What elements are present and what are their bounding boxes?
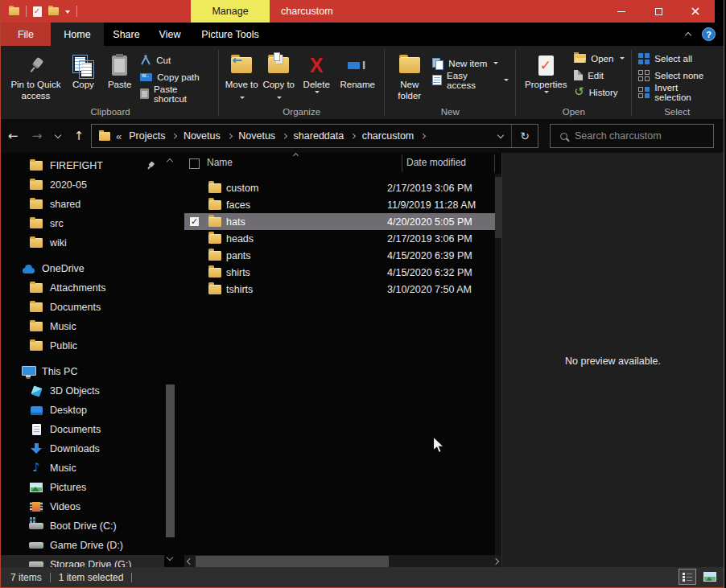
history-button[interactable]: History xyxy=(571,84,627,100)
address-bar[interactable]: Projects Novetus Novetus shareddata char… xyxy=(91,124,538,148)
scrollbar-thumb[interactable] xyxy=(495,177,501,238)
sidebar-scrollbar[interactable] xyxy=(164,153,176,568)
folder-icon[interactable] xyxy=(48,7,59,15)
copy-path-button[interactable]: Copy path xyxy=(138,69,214,84)
properties-button[interactable]: Properties xyxy=(520,49,571,93)
column-name[interactable]: Name xyxy=(207,157,233,168)
sidebar-item[interactable]: Boot Drive (C:) xyxy=(1,516,164,536)
paste-button[interactable]: Paste xyxy=(101,49,138,91)
breadcrumb-segment[interactable]: Projects xyxy=(123,125,178,147)
address-dropdown-icon[interactable] xyxy=(490,125,511,147)
file-row[interactable]: hats 4/20/2020 5:05 PM xyxy=(184,213,495,230)
tab-view[interactable]: View xyxy=(149,23,191,46)
properties-check-icon[interactable] xyxy=(33,6,42,17)
collapse-ribbon-icon[interactable] xyxy=(685,32,691,39)
search-input[interactable] xyxy=(575,130,703,142)
breadcrumb-segment[interactable]: charcustom xyxy=(357,125,427,147)
close-button[interactable] xyxy=(677,0,714,23)
pin-to-quick-access-button[interactable]: Pin to Quick access xyxy=(6,49,65,102)
sidebar-item[interactable]: Storage Drive (G:) xyxy=(1,555,164,568)
select-none-button[interactable]: Select none xyxy=(636,68,718,83)
breadcrumb-overflow-icon[interactable] xyxy=(116,130,122,142)
file-row[interactable]: pants 4/15/2020 6:39 PM xyxy=(184,247,495,264)
scroll-left-icon[interactable] xyxy=(187,558,193,565)
sidebar-item[interactable]: Documents xyxy=(1,298,164,317)
rename-button[interactable]: Rename xyxy=(335,49,380,91)
maximize-button[interactable] xyxy=(640,0,677,23)
chevron-down-icon[interactable] xyxy=(65,10,70,14)
sidebar-item[interactable]: Desktop xyxy=(1,401,164,420)
invert-selection-button[interactable]: Invert selection xyxy=(636,84,718,100)
column-divider[interactable] xyxy=(402,154,402,172)
sidebar-item[interactable]: This PC xyxy=(1,362,164,381)
new-folder-button[interactable]: New folder xyxy=(389,49,430,102)
sidebar-item[interactable]: Public xyxy=(1,336,164,356)
new-item-button[interactable]: New item xyxy=(430,56,511,71)
sidebar-item[interactable]: Videos xyxy=(1,497,164,516)
copy-to-button[interactable]: Copy to xyxy=(260,49,297,102)
select-all-checkbox[interactable] xyxy=(189,158,200,169)
history-icon xyxy=(574,86,584,98)
easy-access-button[interactable]: Easy access xyxy=(430,72,511,88)
sidebar-item[interactable]: shared xyxy=(1,195,164,214)
minimize-button[interactable] xyxy=(603,0,640,23)
sidebar-item[interactable]: 3D Objects xyxy=(1,381,164,401)
sidebar-item[interactable]: Music xyxy=(1,317,164,336)
back-icon[interactable] xyxy=(1,129,25,143)
tab-file[interactable]: File xyxy=(1,23,51,46)
breadcrumb-segment[interactable]: Novetus xyxy=(178,125,233,147)
tab-home[interactable]: Home xyxy=(51,23,104,46)
manage-contextual-tab[interactable]: Manage xyxy=(191,0,270,23)
scrollbar-thumb[interactable] xyxy=(166,384,175,537)
sidebar-item[interactable]: Documents xyxy=(1,420,164,439)
sidebar-item[interactable]: 2020-05 xyxy=(1,175,164,195)
file-row[interactable]: faces 11/9/2019 11:28 AM xyxy=(184,196,495,213)
breadcrumb-segment[interactable]: Novetus xyxy=(233,125,287,147)
sidebar-item[interactable]: Music xyxy=(1,458,164,478)
picture-icon xyxy=(30,483,43,492)
file-row[interactable]: heads 2/17/2019 3:06 PM xyxy=(184,230,495,247)
breadcrumb-label: Projects xyxy=(123,130,171,142)
horizontal-scrollbar[interactable] xyxy=(184,555,501,568)
up-icon[interactable] xyxy=(67,129,91,143)
scroll-down-icon[interactable] xyxy=(167,554,173,561)
edit-button[interactable]: Edit xyxy=(571,68,627,83)
sidebar-item[interactable]: Game Drive (D:) xyxy=(1,536,164,555)
tab-picture-tools[interactable]: Picture Tools xyxy=(191,23,270,46)
forward-icon[interactable] xyxy=(25,129,49,143)
folder-icon[interactable] xyxy=(9,7,19,15)
delete-button[interactable]: Delete xyxy=(298,49,335,93)
recent-locations-icon[interactable] xyxy=(49,133,67,139)
sidebar-item[interactable]: wiki xyxy=(1,233,164,253)
breadcrumb-segment[interactable]: shareddata xyxy=(288,125,357,147)
move-to-button[interactable]: Move to xyxy=(223,49,260,102)
file-row[interactable]: shirts 4/15/2020 6:32 PM xyxy=(184,264,495,281)
column-divider[interactable] xyxy=(494,154,495,172)
sidebar-item[interactable]: src xyxy=(1,214,164,233)
paste-shortcut-button[interactable]: Paste shortcut xyxy=(138,86,214,101)
scroll-right-icon[interactable] xyxy=(493,558,499,565)
column-date-modified[interactable]: Date modified xyxy=(406,157,466,168)
sidebar-item[interactable]: FIREFIGHT xyxy=(1,156,164,175)
sidebar-item[interactable]: OneDrive xyxy=(1,259,164,278)
select-all-button[interactable]: Select all xyxy=(636,51,718,66)
details-view-button[interactable] xyxy=(679,569,696,585)
copy-button[interactable]: Copy xyxy=(65,49,101,91)
scroll-up-icon[interactable] xyxy=(167,158,173,165)
search-box[interactable] xyxy=(550,124,714,148)
file-row[interactable]: custom 2/17/2019 3:06 PM xyxy=(184,179,495,196)
cut-button[interactable]: Cut xyxy=(138,52,214,68)
row-checkbox[interactable] xyxy=(189,216,200,227)
tab-share[interactable]: Share xyxy=(104,23,149,46)
file-list-scrollbar[interactable] xyxy=(495,174,501,555)
open-button[interactable]: Open xyxy=(571,51,627,66)
sidebar-item[interactable]: Pictures xyxy=(1,478,164,497)
sidebar-item[interactable]: Downloads xyxy=(1,439,164,458)
help-icon[interactable] xyxy=(702,27,716,41)
separator xyxy=(26,6,27,17)
scrollbar-thumb[interactable] xyxy=(196,556,389,567)
file-row[interactable]: tshirts 3/10/2020 7:50 AM xyxy=(184,281,495,298)
thumbnails-view-button[interactable] xyxy=(701,569,719,585)
refresh-icon[interactable] xyxy=(512,130,538,142)
sidebar-item[interactable]: Attachments xyxy=(1,278,164,298)
